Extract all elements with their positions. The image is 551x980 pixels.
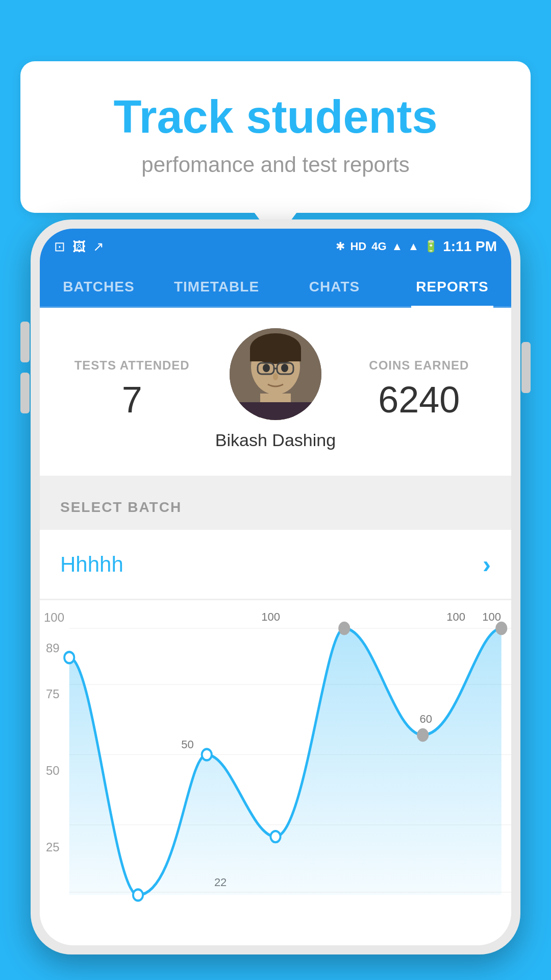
coins-earned-label: COINS EARNED <box>347 358 491 373</box>
chart-point-5 <box>418 729 428 741</box>
tooltip-subtitle: perfomance and test reports <box>51 153 500 177</box>
power-button <box>521 342 531 393</box>
chart-point-1 <box>133 890 143 901</box>
tooltip-title: Track students <box>51 92 500 142</box>
chart-point-3 <box>270 831 280 842</box>
coins-earned-value: 6240 <box>347 379 491 421</box>
avatar <box>230 328 321 420</box>
4g-label: 4G <box>371 240 386 253</box>
volume-down-button <box>20 373 30 413</box>
status-time: 1:11 PM <box>443 238 497 255</box>
phone-screen: ⊡ 🖼 ↗ ✱ HD 4G ▲ ▲ 🔋 1:11 PM BATCHES <box>40 229 511 945</box>
svg-rect-3 <box>250 349 301 361</box>
chart-point-2 <box>202 749 212 761</box>
phone-mockup: ⊡ 🖼 ↗ ✱ HD 4G ▲ ▲ 🔋 1:11 PM BATCHES <box>31 219 520 980</box>
tab-timetable[interactable]: TIMETABLE <box>158 264 276 306</box>
hd-label: HD <box>350 240 366 253</box>
student-name: Bikash Dashing <box>215 430 336 450</box>
select-batch-header: SELECT BATCH <box>40 485 511 530</box>
coins-earned-block: COINS EARNED 6240 <box>347 358 491 421</box>
signal-icon-2: ▲ <box>408 240 419 253</box>
separator <box>40 476 511 485</box>
phone-outer: ⊡ 🖼 ↗ ✱ HD 4G ▲ ▲ 🔋 1:11 PM BATCHES <box>31 219 520 954</box>
status-bar: ⊡ 🖼 ↗ ✱ HD 4G ▲ ▲ 🔋 1:11 PM <box>40 229 511 264</box>
svg-rect-11 <box>230 402 321 420</box>
bluetooth-icon: ✱ <box>336 240 345 253</box>
battery-icon: 🔋 <box>424 240 438 253</box>
chart-svg <box>40 600 511 937</box>
tab-bar: BATCHES TIMETABLE CHATS REPORTS <box>40 264 511 308</box>
notification-icon-1: ⊡ <box>54 239 65 255</box>
notification-icon-2: 🖼 <box>72 239 86 255</box>
svg-point-5 <box>281 364 288 372</box>
chart-point-0 <box>64 652 74 663</box>
chart-point-6 <box>496 623 506 634</box>
status-bar-left-icons: ⊡ 🖼 ↗ <box>54 239 104 255</box>
tooltip-card: Track students perfomance and test repor… <box>20 61 531 213</box>
avatar-svg <box>230 328 321 420</box>
tab-reports[interactable]: REPORTS <box>393 264 511 306</box>
batch-row[interactable]: Hhhhh › <box>40 530 511 599</box>
tab-chats[interactable]: CHATS <box>276 264 393 306</box>
tests-attended-value: 7 <box>60 379 204 421</box>
volume-up-button <box>20 322 30 362</box>
tests-attended-label: TESTS ATTENDED <box>60 358 204 373</box>
avatar-block: Bikash Dashing <box>204 328 347 450</box>
select-batch-label: SELECT BATCH <box>60 499 491 516</box>
status-bar-right: ✱ HD 4G ▲ ▲ 🔋 1:11 PM <box>336 238 497 255</box>
chart-area: 100 89 75 50 25 100 100 100 50 60 22 <box>40 600 511 937</box>
profile-section: TESTS ATTENDED 7 <box>40 308 511 476</box>
svg-point-9 <box>273 373 278 380</box>
signal-icon-1: ▲ <box>392 240 403 253</box>
tab-batches[interactable]: BATCHES <box>40 264 158 306</box>
chart-point-4 <box>339 623 349 634</box>
batch-name: Hhhhh <box>60 552 123 577</box>
notification-icon-3: ↗ <box>93 239 104 255</box>
svg-point-4 <box>263 364 270 372</box>
tests-attended-block: TESTS ATTENDED 7 <box>60 358 204 421</box>
chevron-right-icon: › <box>483 550 491 578</box>
